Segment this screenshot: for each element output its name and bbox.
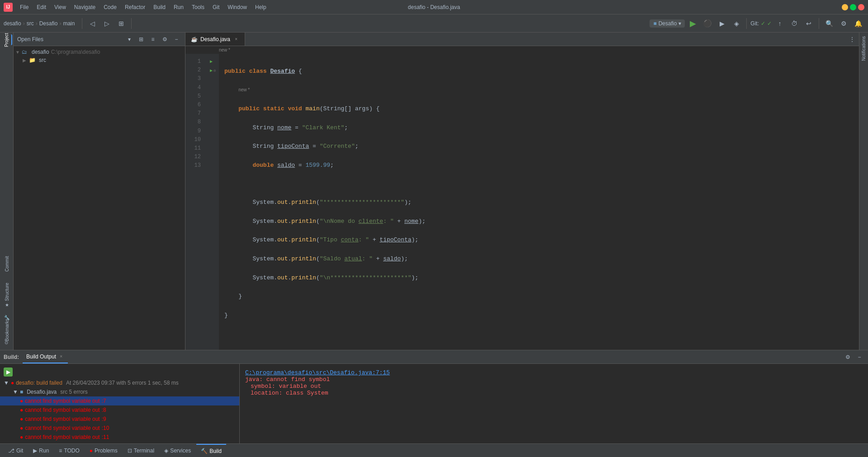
run-config-dropdown-icon: ▾ xyxy=(678,20,681,27)
git-push-button[interactable]: ↑ xyxy=(773,17,786,30)
build-output-close[interactable]: × xyxy=(58,353,64,360)
problems-tab-icon: ● xyxy=(90,448,93,454)
search-everywhere-button[interactable]: 🔍 xyxy=(823,17,835,30)
navigate-forward-button[interactable]: ▷ xyxy=(100,17,113,30)
sidebar-project-icon[interactable]: Project xyxy=(1,34,12,45)
project-panel-expand-button[interactable]: ≡ xyxy=(148,34,158,44)
build-root-label: desafio: build failed xyxy=(16,380,62,386)
settings-button[interactable]: ⚙ xyxy=(837,17,850,30)
menu-build[interactable]: Build xyxy=(150,3,169,11)
sidebar-commit-icon[interactable]: Commit xyxy=(1,259,12,269)
build-panel-settings[interactable]: ⚙ xyxy=(843,352,853,362)
coverage-button[interactable]: ▶ xyxy=(716,17,728,30)
toolbar-separator-4 xyxy=(819,18,819,29)
recent-files-button[interactable]: ⊞ xyxy=(115,17,128,30)
btm-tab-terminal[interactable]: ⊡ Terminal xyxy=(123,444,159,457)
toolbar-separator-2 xyxy=(131,18,132,29)
build-file-detail: src 5 errors xyxy=(60,389,88,395)
menu-tools[interactable]: Tools xyxy=(188,3,208,11)
menu-run[interactable]: Run xyxy=(170,3,187,11)
rerun-button[interactable]: ▶ xyxy=(4,367,13,377)
file-tree: ▼ 🗂 desafio C:\programa\desafio ▶ 📁 src xyxy=(14,46,185,66)
bottom-panel-header: Build: Build Output × ⚙ − xyxy=(0,350,868,364)
problems-tab-label: Problems xyxy=(95,448,118,454)
tree-root-arrow: ▼ xyxy=(15,50,22,55)
breadcrumb-project[interactable]: desafio xyxy=(4,20,21,27)
window-controls: − □ × xyxy=(842,4,864,10)
menu-code[interactable]: Code xyxy=(100,3,120,11)
btm-tab-services[interactable]: ◈ Services xyxy=(160,444,195,457)
left-sidebar: Project Commit Structure ★ 🔧 Bookmarks ⊙ xyxy=(0,33,14,350)
terminal-tab-icon: ⊡ xyxy=(128,448,132,454)
build-tree: ▶ ▼ ● desafio: build failed At 26/04/202… xyxy=(0,364,240,443)
profile-button[interactable]: ◈ xyxy=(730,17,743,30)
build-tab-icon: 🔨 xyxy=(201,448,208,454)
breadcrumb-class[interactable]: Desafio xyxy=(39,20,58,27)
run-config-selector[interactable]: ■ Desafio ▾ xyxy=(650,19,685,28)
menu-help[interactable]: Help xyxy=(251,3,270,11)
tree-src-arrow: ▶ xyxy=(23,58,29,63)
build-output-tab[interactable]: Build Output × xyxy=(23,350,68,363)
menu-navigate[interactable]: Navigate xyxy=(71,3,99,11)
debug-button[interactable]: ⚫ xyxy=(701,17,714,30)
build-error-text-1: cannot find symbol variable out xyxy=(25,407,100,413)
menu-edit[interactable]: Edit xyxy=(33,3,50,11)
build-panel-minimize[interactable]: − xyxy=(854,352,864,362)
btm-tab-todo[interactable]: ≡ TODO xyxy=(54,444,84,457)
project-panel-options-button[interactable]: ▾ xyxy=(124,34,134,44)
breadcrumb-method[interactable]: main xyxy=(63,20,75,27)
code-editor[interactable]: 1 2 3 4 5 6 7 8 9 10 11 12 13 ▶ ▶⊙ xyxy=(185,54,859,350)
build-tab-label: Build xyxy=(209,448,222,454)
btm-tab-problems[interactable]: ● Problems xyxy=(85,444,122,457)
build-error-0[interactable]: ● cannot find symbol variable out :7 xyxy=(0,396,239,405)
git-checkmark-icon: ✓ xyxy=(767,20,772,27)
sidebar-structure-icon[interactable]: Structure xyxy=(1,287,12,297)
minimize-button[interactable]: − xyxy=(842,4,848,10)
git-history-button[interactable]: ⏱ xyxy=(788,17,801,30)
menu-refactor[interactable]: Refactor xyxy=(121,3,149,11)
output-path-link[interactable]: C:\programa\desafio\src\Desafio.java:7:1… xyxy=(245,369,390,376)
close-button[interactable]: × xyxy=(858,4,864,10)
tree-src-item[interactable]: ▶ 📁 src xyxy=(14,56,185,64)
build-error-1[interactable]: ● cannot find symbol variable out :8 xyxy=(0,405,239,415)
build-error-line-0: :7 xyxy=(102,398,106,404)
btm-tab-git[interactable]: ⎇ Git xyxy=(4,444,28,457)
build-error-text-0: cannot find symbol variable out xyxy=(25,398,100,404)
build-file-item[interactable]: ▼ ■ Desafio.java src 5 errors xyxy=(0,387,239,396)
notifications-panel-icon[interactable]: Notifications xyxy=(860,34,867,62)
run-gutter-2[interactable]: ▶ xyxy=(210,67,213,75)
build-root-item[interactable]: ▼ ● desafio: build failed At 26/04/2023 … xyxy=(0,378,239,387)
output-location-line: location: class System xyxy=(245,390,863,396)
bottom-content: ▶ ▼ ● desafio: build failed At 26/04/202… xyxy=(0,364,868,443)
code-content[interactable]: public class Desafio { new * public stat… xyxy=(219,54,859,350)
build-error-4[interactable]: ● cannot find symbol variable out :11 xyxy=(0,433,239,442)
breadcrumb-src[interactable]: src xyxy=(27,20,34,27)
git-tab-icon: ⎇ xyxy=(8,448,14,454)
sidebar-bookmarks-icon[interactable]: Bookmarks xyxy=(1,325,12,335)
tree-root-item[interactable]: ▼ 🗂 desafio C:\programa\desafio xyxy=(14,48,185,56)
tree-src-name: src xyxy=(39,57,46,63)
editor-panel-recent-button[interactable]: ⋮ xyxy=(847,34,857,44)
run-gutter-1[interactable]: ▶ xyxy=(210,58,213,66)
run-button[interactable]: ▶ xyxy=(687,17,699,30)
menu-file[interactable]: File xyxy=(16,3,32,11)
project-panel-settings-button[interactable]: ⚙ xyxy=(160,34,170,44)
menu-view[interactable]: View xyxy=(51,3,70,11)
build-file-arrow: ▼ xyxy=(13,389,18,395)
git-rollback-button[interactable]: ↩ xyxy=(802,17,815,30)
git-toolbar: Git: ✓ ✓ ↑ ⏱ ↩ xyxy=(750,17,815,30)
tab-close-button[interactable]: × xyxy=(233,36,239,42)
menu-window[interactable]: Window xyxy=(224,3,251,11)
btm-tab-build[interactable]: 🔨 Build xyxy=(196,444,226,457)
project-panel-scroll-button[interactable]: ⊞ xyxy=(136,34,146,44)
todo-tab-label: TODO xyxy=(64,448,79,454)
btm-tab-run[interactable]: ▶ Run xyxy=(28,444,53,457)
navigate-back-button[interactable]: ◁ xyxy=(86,17,99,30)
build-error-2[interactable]: ● cannot find symbol variable out :9 xyxy=(0,415,239,424)
build-error-3[interactable]: ● cannot find symbol variable out :10 xyxy=(0,424,239,433)
editor-tab-desafio[interactable]: ☕ Desafio.java × xyxy=(185,33,245,46)
notifications-button[interactable]: 🔔 xyxy=(852,17,864,30)
menu-git[interactable]: Git xyxy=(209,3,223,11)
maximize-button[interactable]: □ xyxy=(850,4,856,10)
project-panel-minimize-button[interactable]: − xyxy=(171,34,181,44)
